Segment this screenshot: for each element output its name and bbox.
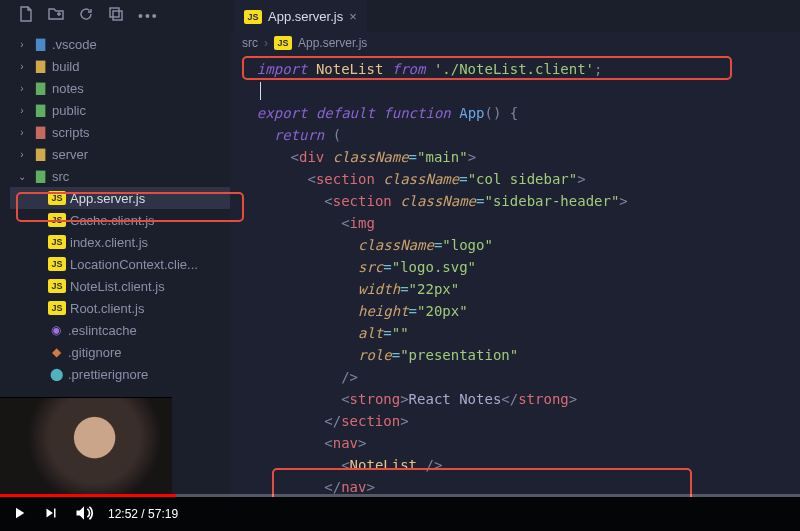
editor-pane: JS App.server.js × src › JS App.server.j… bbox=[230, 0, 800, 497]
explorer-actions: ••• bbox=[10, 0, 230, 33]
code-line: alt="" bbox=[240, 322, 800, 344]
play-button[interactable] bbox=[10, 504, 28, 525]
svg-rect-0 bbox=[110, 8, 119, 17]
progress-bar[interactable] bbox=[0, 494, 800, 497]
file-label: App.server.js bbox=[70, 191, 145, 206]
file-label: LocationContext.clie... bbox=[70, 257, 198, 272]
code-line: width="22px" bbox=[240, 278, 800, 300]
js-icon: JS bbox=[48, 235, 66, 249]
next-button[interactable] bbox=[42, 504, 60, 525]
refresh-icon[interactable] bbox=[78, 6, 94, 25]
file-NoteList.client.js[interactable]: JSNoteList.client.js bbox=[10, 275, 230, 297]
close-icon[interactable]: × bbox=[349, 9, 357, 24]
code-line: <section className="col sidebar"> bbox=[240, 168, 800, 190]
video-controls: 12:52 / 57:19 bbox=[0, 497, 800, 531]
file-Cache.client.js[interactable]: JSCache.client.js bbox=[10, 209, 230, 231]
js-icon: JS bbox=[244, 10, 262, 24]
chevron-icon: › bbox=[16, 149, 28, 160]
svg-rect-1 bbox=[113, 11, 122, 20]
code-line bbox=[240, 80, 800, 102]
folder-build[interactable]: ›▇build bbox=[10, 55, 230, 77]
chevron-right-icon: › bbox=[264, 36, 268, 50]
volume-button[interactable] bbox=[74, 503, 94, 526]
file-label: Cache.client.js bbox=[70, 213, 155, 228]
file-label: public bbox=[52, 103, 86, 118]
code-line: role="presentation" bbox=[240, 344, 800, 366]
prettier-icon: ⬤ bbox=[48, 367, 64, 381]
tab-label: App.server.js bbox=[268, 9, 343, 24]
js-icon: JS bbox=[274, 36, 292, 50]
file-LocationContext.clie...[interactable]: JSLocationContext.clie... bbox=[10, 253, 230, 275]
file-label: .eslintcache bbox=[68, 323, 137, 338]
folder-icon: ▇ bbox=[32, 169, 48, 183]
code-line: className="logo" bbox=[240, 234, 800, 256]
progress-played bbox=[0, 494, 176, 497]
js-icon: JS bbox=[48, 191, 66, 205]
code-line: <strong>React Notes</strong> bbox=[240, 388, 800, 410]
webcam-overlay bbox=[0, 397, 172, 497]
file-index.client.js[interactable]: JSindex.client.js bbox=[10, 231, 230, 253]
breadcrumb[interactable]: src › JS App.server.js bbox=[230, 32, 800, 54]
code-line: <img bbox=[240, 212, 800, 234]
folder-public[interactable]: ›▇public bbox=[10, 99, 230, 121]
chevron-icon: ⌄ bbox=[16, 171, 28, 182]
file-.eslintcache[interactable]: ◉.eslintcache bbox=[10, 319, 230, 341]
chevron-icon: › bbox=[16, 39, 28, 50]
file-label: server bbox=[52, 147, 88, 162]
breadcrumb-part: src bbox=[242, 36, 258, 50]
file-label: build bbox=[52, 59, 79, 74]
folder-icon: ▇ bbox=[32, 59, 48, 73]
eslint-icon: ◉ bbox=[48, 323, 64, 337]
file-label: .vscode bbox=[52, 37, 97, 52]
text-cursor bbox=[260, 82, 261, 100]
js-icon: JS bbox=[48, 213, 66, 227]
more-actions-icon[interactable]: ••• bbox=[138, 8, 159, 24]
code-line: <NoteList /> bbox=[240, 454, 800, 476]
js-icon: JS bbox=[48, 257, 66, 271]
folder-notes[interactable]: ›▇notes bbox=[10, 77, 230, 99]
folder-icon: ▇ bbox=[32, 81, 48, 95]
file-label: index.client.js bbox=[70, 235, 148, 250]
breadcrumb-part: App.server.js bbox=[298, 36, 367, 50]
collapse-all-icon[interactable] bbox=[108, 6, 124, 25]
js-icon: JS bbox=[48, 279, 66, 293]
file-label: Root.client.js bbox=[70, 301, 144, 316]
code-line: <div className="main"> bbox=[240, 146, 800, 168]
code-line: src="logo.svg" bbox=[240, 256, 800, 278]
tab-bar: JS App.server.js × bbox=[230, 0, 800, 32]
chevron-icon: › bbox=[16, 61, 28, 72]
folder-icon: ▇ bbox=[32, 103, 48, 117]
file-.gitignore[interactable]: ◆.gitignore bbox=[10, 341, 230, 363]
chevron-icon: › bbox=[16, 83, 28, 94]
file-.prettierignore[interactable]: ⬤.prettierignore bbox=[10, 363, 230, 385]
folder-src[interactable]: ⌄▇src bbox=[10, 165, 230, 187]
js-icon: JS bbox=[48, 301, 66, 315]
folder-.vscode[interactable]: ›▇.vscode bbox=[10, 33, 230, 55]
file-label: notes bbox=[52, 81, 84, 96]
tab-app-server[interactable]: JS App.server.js × bbox=[234, 0, 367, 32]
code-line: <nav> bbox=[240, 432, 800, 454]
file-label: scripts bbox=[52, 125, 90, 140]
git-icon: ◆ bbox=[48, 345, 64, 359]
code-line: import NoteList from './NoteList.client'… bbox=[240, 58, 800, 80]
folder-scripts[interactable]: ›▇scripts bbox=[10, 121, 230, 143]
file-label: src bbox=[52, 169, 69, 184]
file-label: .gitignore bbox=[68, 345, 121, 360]
chevron-icon: › bbox=[16, 127, 28, 138]
code-line: return ( bbox=[240, 124, 800, 146]
folder-icon: ▇ bbox=[32, 37, 48, 51]
file-App.server.js[interactable]: JSApp.server.js bbox=[10, 187, 230, 209]
file-Root.client.js[interactable]: JSRoot.client.js bbox=[10, 297, 230, 319]
new-folder-icon[interactable] bbox=[48, 6, 64, 25]
folder-icon: ▇ bbox=[32, 147, 48, 161]
folder-server[interactable]: ›▇server bbox=[10, 143, 230, 165]
code-line: export default function App() { bbox=[240, 102, 800, 124]
new-file-icon[interactable] bbox=[18, 6, 34, 25]
code-line: /> bbox=[240, 366, 800, 388]
file-label: NoteList.client.js bbox=[70, 279, 165, 294]
folder-icon: ▇ bbox=[32, 125, 48, 139]
code-line: </section> bbox=[240, 410, 800, 432]
chevron-icon: › bbox=[16, 105, 28, 116]
code-line: height="20px" bbox=[240, 300, 800, 322]
code-editor[interactable]: import NoteList from './NoteList.client'… bbox=[230, 54, 800, 497]
